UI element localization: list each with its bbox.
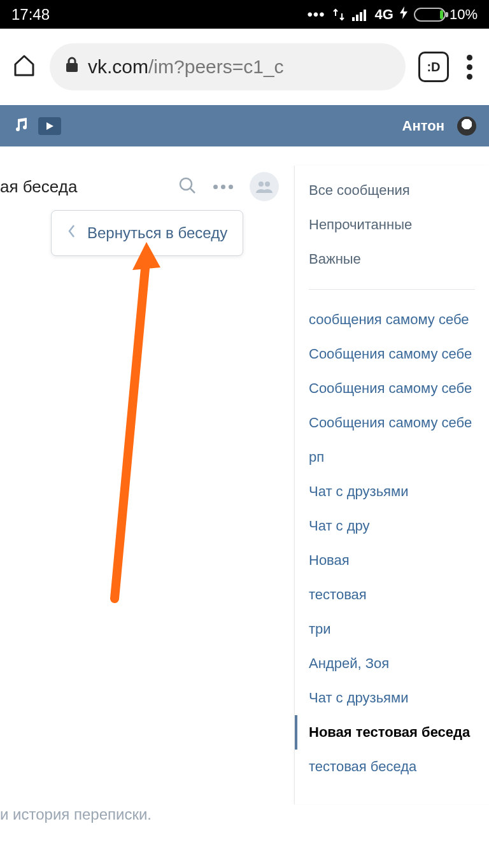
- url-domain: vk.com: [88, 56, 148, 77]
- url-bar[interactable]: vk.com/im?peers=c1_c: [50, 43, 406, 90]
- chat-pane: ая беседа Вернуться в беседу: [0, 166, 293, 218]
- filter-unread[interactable]: Непрочитанные: [295, 208, 489, 242]
- history-cleared-text: и история переписки.: [0, 806, 152, 823]
- list-item[interactable]: Сообщения самому себе: [295, 337, 489, 371]
- signal-icon: [352, 8, 369, 21]
- svg-point-9: [265, 181, 270, 187]
- list-item[interactable]: Новая: [295, 543, 489, 578]
- url-text: vk.com/im?peers=c1_c: [88, 56, 284, 78]
- svg-rect-1: [356, 15, 358, 21]
- kebab-menu-icon[interactable]: [462, 55, 478, 80]
- svg-marker-5: [46, 122, 53, 130]
- sidebar-divider: [309, 289, 475, 290]
- browser-toolbar: vk.com/im?peers=c1_c :D: [0, 29, 489, 105]
- avatar[interactable]: [457, 117, 476, 136]
- chats-sidebar: Все сообщения Непрочитанные Важные сообщ…: [294, 166, 489, 804]
- status-indicators: ••• 4G 10%: [307, 6, 478, 24]
- list-item[interactable]: тестовая беседа: [295, 750, 489, 784]
- list-item-active[interactable]: Новая тестовая беседа: [295, 715, 489, 750]
- lock-icon: [65, 56, 79, 78]
- svg-rect-4: [66, 63, 78, 72]
- list-item[interactable]: Чат с дру: [295, 509, 489, 543]
- list-item[interactable]: рп: [295, 440, 489, 474]
- list-item[interactable]: Чат с друзьями: [295, 681, 489, 715]
- url-path: /im?peers=c1_c: [148, 56, 284, 77]
- svg-rect-3: [364, 10, 366, 21]
- members-button[interactable]: [250, 172, 279, 201]
- chevron-left-icon: [67, 224, 76, 243]
- list-item[interactable]: Андрей, Зоя: [295, 646, 489, 681]
- svg-point-6: [180, 178, 192, 190]
- list-item[interactable]: Сообщения самому себе: [295, 406, 489, 440]
- network-type: 4G: [375, 6, 393, 23]
- list-item[interactable]: три: [295, 612, 489, 646]
- list-item[interactable]: тестовая: [295, 578, 489, 612]
- content-area: ая беседа Вернуться в беседу и история: [0, 146, 489, 868]
- list-item[interactable]: сообщения самому себе: [295, 302, 489, 337]
- status-bar: 17:48 ••• 4G 10%: [0, 0, 489, 29]
- svg-line-7: [190, 189, 195, 193]
- return-to-chat-tooltip[interactable]: Вернуться в беседу: [51, 210, 243, 256]
- svg-rect-0: [352, 17, 355, 21]
- list-item[interactable]: Сообщения самому себе: [295, 371, 489, 406]
- battery-icon: [414, 8, 446, 22]
- music-icon[interactable]: [13, 117, 29, 136]
- sidebar-chats: сообщения самому себе Сообщения самому с…: [295, 295, 489, 792]
- home-icon[interactable]: [11, 53, 37, 81]
- battery-indicator: 10%: [414, 6, 478, 23]
- user-name[interactable]: Антон: [402, 118, 444, 134]
- vk-header: Антон: [0, 105, 489, 146]
- status-more-dots-icon: •••: [307, 6, 325, 24]
- battery-percent: 10%: [450, 6, 478, 23]
- data-arrows-icon: [332, 8, 346, 21]
- sidebar-filters: Все сообщения Непрочитанные Важные: [295, 166, 489, 284]
- search-icon[interactable]: [178, 176, 197, 197]
- chat-actions: [178, 172, 293, 201]
- chat-title: ая беседа: [0, 177, 178, 197]
- more-icon[interactable]: [213, 185, 233, 189]
- svg-point-8: [259, 181, 264, 187]
- play-button[interactable]: [38, 117, 61, 135]
- filter-important[interactable]: Важные: [295, 242, 489, 276]
- tabs-button[interactable]: :D: [418, 52, 449, 82]
- status-time: 17:48: [11, 6, 307, 24]
- svg-line-10: [115, 255, 146, 599]
- filter-all[interactable]: Все сообщения: [295, 173, 489, 208]
- svg-rect-2: [360, 12, 362, 21]
- annotation-arrow-icon: [108, 242, 185, 605]
- charging-icon: [400, 6, 408, 22]
- tooltip-label: Вернуться в беседу: [87, 224, 227, 242]
- list-item[interactable]: Чат с друзьями: [295, 474, 489, 509]
